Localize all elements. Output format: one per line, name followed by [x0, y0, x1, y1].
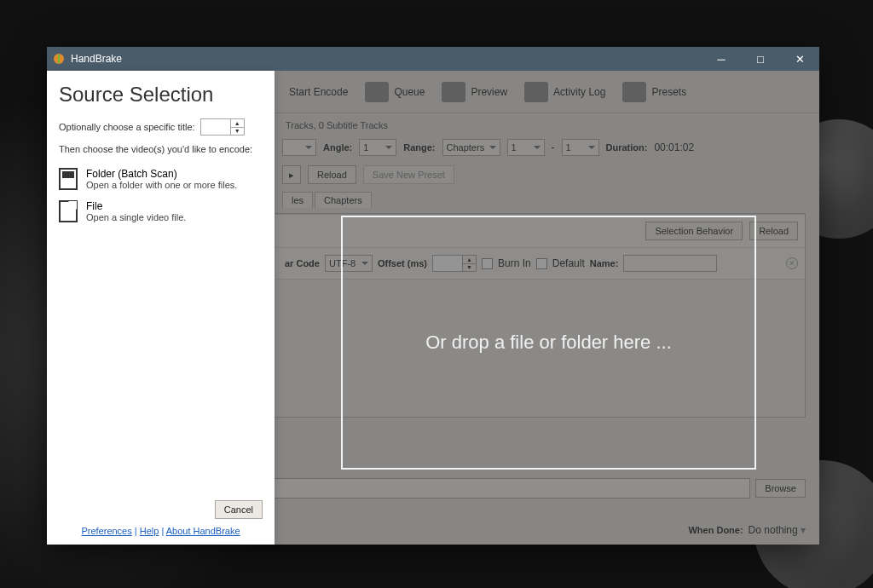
title-number-input[interactable]	[201, 119, 230, 135]
app-icon	[52, 52, 66, 66]
source-selection-panel: Source Selection Optionally choose a spe…	[47, 71, 275, 545]
minimize-button[interactable]: ─	[702, 47, 741, 71]
title-up[interactable]: ▲	[230, 119, 244, 128]
open-file-option[interactable]: File Open a single video file.	[59, 195, 263, 228]
specific-title-hint: Optionally choose a specific title:	[59, 122, 195, 132]
about-link[interactable]: About HandBrake	[166, 526, 240, 536]
file-icon	[59, 200, 78, 222]
window-title: HandBrake	[71, 53, 702, 65]
title-down[interactable]: ▼	[230, 128, 244, 135]
title-number-spinner[interactable]: ▲ ▼	[200, 118, 245, 135]
footer-links: Preferences | Help | About HandBrake	[59, 526, 263, 536]
titlebar: HandBrake ─ □ ✕	[47, 47, 819, 71]
handbrake-window: HandBrake ─ □ ✕ Start Encode Queue Previ…	[47, 47, 819, 545]
preferences-link[interactable]: Preferences	[81, 526, 131, 536]
modal-dimmer	[275, 71, 819, 545]
maximize-button[interactable]: □	[741, 47, 780, 71]
source-heading: Source Selection	[59, 83, 263, 107]
choose-video-hint: Then choose the video(s) you'd like to e…	[59, 144, 263, 154]
help-link[interactable]: Help	[140, 526, 159, 536]
folder-icon	[59, 168, 78, 190]
close-button[interactable]: ✕	[780, 47, 819, 71]
svg-rect-1	[58, 55, 60, 63]
specific-title-row: Optionally choose a specific title: ▲ ▼	[59, 118, 263, 135]
open-folder-title: Folder (Batch Scan)	[86, 168, 237, 180]
open-folder-sub: Open a folder with one or more files.	[86, 180, 237, 190]
window-controls: ─ □ ✕	[702, 47, 819, 71]
open-folder-option[interactable]: Folder (Batch Scan) Open a folder with o…	[59, 163, 263, 195]
cancel-button[interactable]: Cancel	[215, 500, 263, 519]
open-file-sub: Open a single video file.	[86, 212, 186, 222]
open-file-title: File	[86, 200, 186, 212]
